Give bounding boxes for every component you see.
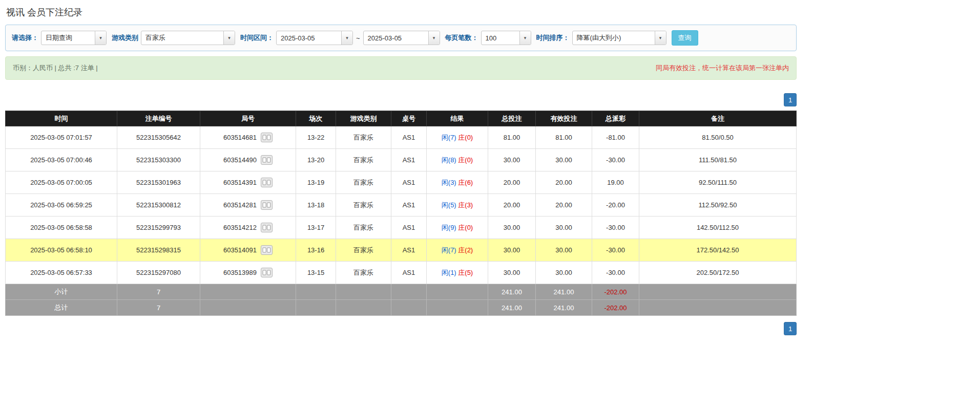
- table-footer: 小计 7 241.00 241.00 -202.00 总计 7 241.00 2…: [6, 284, 797, 316]
- cell-session: 13-20: [296, 149, 336, 171]
- cell-total-bet[interactable]: 30.00: [488, 217, 536, 239]
- chevron-down-icon[interactable]: ▾: [223, 31, 235, 45]
- cell-session: 13-19: [296, 171, 336, 194]
- game-type-value: 百家乐: [141, 31, 223, 45]
- chevron-down-icon[interactable]: ▾: [95, 31, 106, 45]
- chevron-down-icon[interactable]: ▾: [428, 31, 440, 45]
- result-player: 闲(8): [442, 156, 456, 164]
- cell-total-bet[interactable]: 30.00: [488, 262, 536, 284]
- subtotal-total-bet: 241.00: [488, 284, 536, 300]
- subtotal-count: 7: [117, 284, 200, 300]
- records-table: 时间 注单编号 局号 场次 游戏类别 桌号 结果 总投注 有效投注 总派彩 备注…: [5, 111, 797, 316]
- page-button-1[interactable]: 1: [784, 93, 797, 106]
- result-banker: 庄(0): [458, 224, 473, 231]
- summary-bar: 币别：人民币 | 总共 :7 注单 | 同局有效投注，统一计算在该局第一张注单内: [5, 56, 797, 80]
- cell-game-type: 百家乐: [336, 217, 391, 239]
- table-row: 2025-03-05 06:58:10522315298315603514091…: [6, 239, 797, 262]
- total-count: 7: [117, 300, 200, 316]
- cell-result: 闲(9) 庄(0): [427, 217, 488, 239]
- cell-bet-id: 522315303300: [117, 149, 200, 171]
- cell-valid-bet: 81.00: [536, 126, 592, 149]
- cell-payout: -30.00: [592, 149, 639, 171]
- replay-icon[interactable]: [261, 268, 273, 277]
- replay-icon[interactable]: [261, 223, 273, 232]
- cell-table-no: AS1: [391, 194, 427, 217]
- table-row: 2025-03-05 06:57:33522315297080603513989…: [6, 262, 797, 284]
- cell-remark: 172.50/142.50: [639, 239, 797, 262]
- cell-bet-id: 522315300812: [117, 194, 200, 217]
- header-remark: 备注: [639, 111, 797, 126]
- cell-valid-bet: 30.00: [536, 149, 592, 171]
- cell-table-no: AS1: [391, 239, 427, 262]
- result-player: 闲(3): [442, 179, 456, 186]
- date-from-select[interactable]: 2025-03-05 ▾: [276, 31, 353, 45]
- cell-round-id: 603514490: [223, 156, 257, 164]
- header-payout: 总派彩: [592, 111, 639, 126]
- cell-payout: -30.00: [592, 239, 639, 262]
- total-total-bet: 241.00: [488, 300, 536, 316]
- page-size-select[interactable]: 100 ▾: [481, 31, 531, 45]
- page-size-value: 100: [482, 31, 519, 45]
- date-to-select[interactable]: 2025-03-05 ▾: [363, 31, 440, 45]
- cell-valid-bet: 30.00: [536, 262, 592, 284]
- replay-icon[interactable]: [261, 200, 273, 210]
- table-body: 2025-03-05 07:01:57522315305642603514681…: [6, 126, 797, 284]
- result-banker: 庄(6): [458, 179, 473, 186]
- cell-result: 闲(1) 庄(5): [427, 262, 488, 284]
- cell-game-type: 百家乐: [336, 239, 391, 262]
- header-bet-id: 注单编号: [117, 111, 200, 126]
- cell-total-bet[interactable]: 20.00: [488, 171, 536, 194]
- page-button-1[interactable]: 1: [784, 322, 797, 335]
- cell-valid-bet: 30.00: [536, 239, 592, 262]
- cell-remark: 142.50/112.50: [639, 217, 797, 239]
- replay-icon[interactable]: [261, 178, 273, 187]
- table-row: 2025-03-05 07:00:46522315303300603514490…: [6, 149, 797, 171]
- table-row: 2025-03-05 06:58:58522315299793603514212…: [6, 217, 797, 239]
- subtotal-valid-bet: 241.00: [536, 284, 592, 300]
- cell-time: 2025-03-05 06:57:33: [6, 262, 117, 284]
- cell-total-bet[interactable]: 30.00: [488, 149, 536, 171]
- result-player: 闲(9): [442, 224, 456, 231]
- chevron-down-icon[interactable]: ▾: [519, 31, 531, 45]
- cell-round-id: 603514281: [223, 201, 257, 209]
- cell-session: 13-17: [296, 217, 336, 239]
- sort-select[interactable]: 降冪(由大到小) ▾: [572, 31, 666, 45]
- chevron-down-icon[interactable]: ▾: [655, 31, 666, 45]
- cell-valid-bet: 20.00: [536, 171, 592, 194]
- game-type-select[interactable]: 百家乐 ▾: [141, 31, 235, 45]
- cell-game-type: 百家乐: [336, 126, 391, 149]
- search-button[interactable]: 查询: [672, 30, 698, 46]
- replay-icon[interactable]: [261, 155, 273, 165]
- cell-total-bet[interactable]: 81.00: [488, 126, 536, 149]
- result-player: 闲(5): [442, 201, 456, 209]
- chevron-down-icon[interactable]: ▾: [341, 31, 352, 45]
- cell-time: 2025-03-05 07:00:05: [6, 171, 117, 194]
- result-banker: 庄(0): [458, 134, 473, 141]
- result-player: 闲(1): [442, 269, 456, 276]
- page: 视讯 会员下注纪录 请选择： 日期查询 ▾ 游戏类别 百家乐 ▾ 时间区间： 2…: [0, 0, 802, 346]
- header-round-id: 局号: [200, 111, 296, 126]
- cell-bet-id: 522315298315: [117, 239, 200, 262]
- cell-total-bet[interactable]: 30.00: [488, 239, 536, 262]
- cell-time: 2025-03-05 07:00:46: [6, 149, 117, 171]
- header-result: 结果: [427, 111, 488, 126]
- table-row: 2025-03-05 07:01:57522315305642603514681…: [6, 126, 797, 149]
- replay-icon[interactable]: [261, 245, 273, 255]
- cell-bet-id: 522315305642: [117, 126, 200, 149]
- cell-game-type: 百家乐: [336, 262, 391, 284]
- replay-icon[interactable]: [261, 133, 273, 142]
- query-type-value: 日期查询: [41, 31, 95, 45]
- cell-round-id: 603514681: [223, 134, 257, 141]
- query-type-select[interactable]: 日期查询 ▾: [41, 31, 107, 45]
- table-row: 2025-03-05 07:00:05522315301963603514391…: [6, 171, 797, 194]
- total-row: 总计 7 241.00 241.00 -202.00: [6, 300, 797, 316]
- result-banker: 庄(0): [458, 156, 473, 164]
- time-range-label: 时间区间：: [240, 33, 274, 42]
- result-banker: 庄(3): [458, 201, 473, 209]
- cell-total-bet[interactable]: 20.00: [488, 194, 536, 217]
- cell-table-no: AS1: [391, 171, 427, 194]
- cell-result: 闲(8) 庄(0): [427, 149, 488, 171]
- header-game-type: 游戏类别: [336, 111, 391, 126]
- cell-valid-bet: 30.00: [536, 217, 592, 239]
- cell-time: 2025-03-05 06:59:25: [6, 194, 117, 217]
